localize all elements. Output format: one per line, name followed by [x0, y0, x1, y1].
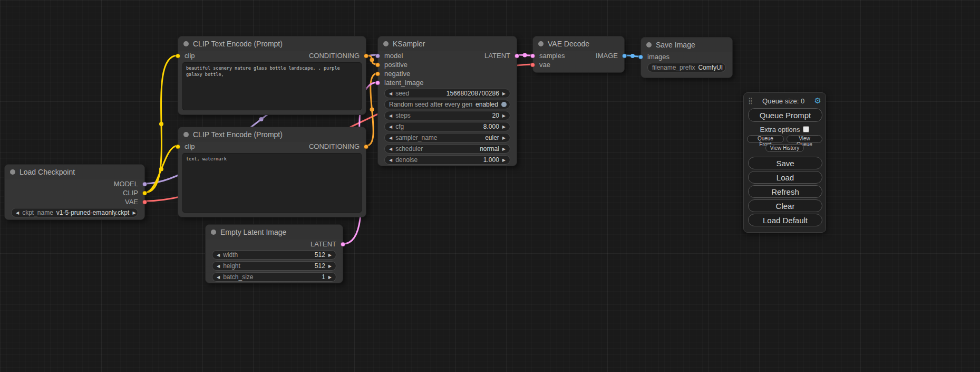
collapse-dot[interactable]: [383, 41, 389, 46]
increment-arrow-icon[interactable]: ▶: [502, 125, 506, 129]
input-dot-clip[interactable]: [176, 144, 180, 149]
output-dot-image[interactable]: [622, 53, 627, 58]
link-midpoint-dot-clip-negative[interactable]: [159, 167, 163, 171]
input-dot-images[interactable]: [638, 54, 643, 59]
node-title-bar[interactable]: KSampler: [378, 36, 517, 51]
widget-steps[interactable]: ◀ steps 20 ▶: [384, 111, 510, 120]
input-dot-vae[interactable]: [530, 62, 535, 67]
increment-arrow-icon[interactable]: ▶: [132, 211, 135, 215]
output-dot-clip[interactable]: [142, 190, 147, 195]
node-empty-latent-image[interactable]: Empty Latent Image LATENT ◀ width 512 ▶ …: [205, 224, 343, 283]
output-dot-model[interactable]: [142, 182, 147, 186]
widget-width[interactable]: ◀ width 512 ▶: [212, 250, 336, 260]
view-history-button[interactable]: View History: [765, 144, 804, 152]
decrement-arrow-icon[interactable]: ◀: [389, 158, 392, 163]
input-dot-positive[interactable]: [375, 62, 380, 67]
node-clip-text-encode-positive[interactable]: CLIP Text Encode (Prompt) clip CONDITION…: [178, 36, 366, 115]
output-dot-conditioning[interactable]: [364, 53, 368, 58]
input-slot-vae[interactable]: vae: [533, 60, 624, 69]
link-midpoint-dot-image[interactable]: [630, 54, 635, 58]
collapse-dot[interactable]: [211, 230, 216, 235]
collapse-dot[interactable]: [10, 169, 15, 175]
widget-ckpt-name[interactable]: ◀ ckpt_name v1-5-pruned-emaonly.ckpt ▶: [11, 208, 138, 217]
widget-filename-prefix[interactable]: filename_prefix ComfyUI: [647, 63, 726, 72]
input-slot-negative[interactable]: negative: [378, 69, 517, 78]
queue-prompt-button[interactable]: Queue Prompt: [748, 108, 822, 122]
increment-arrow-icon[interactable]: ▶: [502, 158, 506, 163]
save-button[interactable]: Save: [748, 157, 822, 169]
node-clip-text-encode-negative[interactable]: CLIP Text Encode (Prompt) clip CONDITION…: [178, 127, 366, 217]
node-title-bar[interactable]: VAE Decode: [533, 36, 624, 51]
decrement-arrow-icon[interactable]: ◀: [217, 253, 220, 257]
node-title-bar[interactable]: Save Image: [641, 37, 732, 52]
input-dot-clip[interactable]: [176, 53, 180, 58]
collapse-dot[interactable]: [183, 132, 189, 137]
extra-options-checkbox[interactable]: [803, 126, 809, 132]
output-slot-latent[interactable]: LATENT: [453, 51, 517, 60]
increment-arrow-icon[interactable]: ▶: [502, 136, 506, 140]
input-slot-clip[interactable]: clip: [185, 142, 195, 150]
node-title-bar[interactable]: Load Checkpoint: [5, 165, 144, 179]
link-midpoint-dot-samples[interactable]: [523, 53, 527, 58]
prompt-textarea[interactable]: beautiful scenery nature glass bottle la…: [182, 62, 362, 110]
clear-button[interactable]: Clear: [748, 199, 822, 212]
input-slot-clip[interactable]: clip: [185, 52, 195, 60]
widget-height[interactable]: ◀ height 512 ▶: [212, 261, 336, 271]
output-slot-conditioning[interactable]: CONDITIONING: [309, 142, 360, 150]
increment-arrow-icon[interactable]: ▶: [502, 147, 506, 151]
widget-random-seed-toggle[interactable]: Random seed after every gen enabled: [384, 100, 510, 109]
widget-denoise[interactable]: ◀ denoise 1.000 ▶: [384, 155, 510, 165]
node-vae-decode[interactable]: VAE Decode samples IMAGE vae: [532, 36, 625, 73]
refresh-button[interactable]: Refresh: [748, 185, 822, 198]
input-slot-latent-image[interactable]: latent_image: [378, 78, 517, 87]
input-slot-samples[interactable]: samples: [539, 52, 565, 60]
decrement-arrow-icon[interactable]: ◀: [16, 211, 19, 215]
link-midpoint-dot-conditioning-negative[interactable]: [370, 108, 374, 112]
view-queue-button[interactable]: View Queue: [787, 135, 822, 143]
link-midpoint-dot-conditioning-positive[interactable]: [370, 58, 374, 62]
output-slot-model[interactable]: MODEL: [5, 179, 144, 188]
widget-sampler-name[interactable]: ◀ sampler_name euler ▶: [384, 133, 510, 142]
node-load-checkpoint[interactable]: Load Checkpoint MODEL CLIP VAE ◀ ckpt_na…: [4, 164, 145, 220]
widget-scheduler[interactable]: ◀ scheduler normal ▶: [384, 144, 510, 154]
output-dot-latent[interactable]: [515, 53, 519, 58]
load-button[interactable]: Load: [748, 171, 822, 184]
increment-arrow-icon[interactable]: ▶: [328, 275, 332, 280]
link-midpoint-dot-model[interactable]: [259, 117, 264, 121]
node-save-image[interactable]: Save Image images filename_prefix ComfyU…: [641, 37, 733, 78]
decrement-arrow-icon[interactable]: ◀: [217, 264, 220, 269]
node-ksampler[interactable]: KSampler model positive negative latent_…: [377, 36, 517, 166]
widget-cfg[interactable]: ◀ cfg 8.000 ▶: [384, 122, 510, 131]
node-title-bar[interactable]: CLIP Text Encode (Prompt): [178, 127, 366, 142]
collapse-dot[interactable]: [183, 41, 189, 46]
output-dot-conditioning[interactable]: [364, 144, 368, 149]
decrement-arrow-icon[interactable]: ◀: [389, 136, 392, 140]
collapse-dot[interactable]: [646, 42, 652, 47]
increment-arrow-icon[interactable]: ▶: [328, 253, 332, 257]
node-title-bar[interactable]: CLIP Text Encode (Prompt): [178, 36, 366, 51]
increment-arrow-icon[interactable]: ▶: [502, 91, 506, 96]
input-dot-samples[interactable]: [530, 53, 535, 58]
output-dot-latent[interactable]: [341, 242, 345, 246]
input-slot-positive[interactable]: positive: [378, 60, 517, 69]
link-midpoint-dot-clip-positive[interactable]: [159, 122, 163, 126]
output-slot-vae[interactable]: VAE: [5, 197, 144, 206]
output-slot-conditioning[interactable]: CONDITIONING: [309, 52, 360, 60]
output-dot-vae[interactable]: [142, 199, 147, 204]
prompt-textarea[interactable]: text, watermark: [182, 153, 362, 213]
queue-front-button[interactable]: Queue Front: [747, 135, 784, 143]
increment-arrow-icon[interactable]: ▶: [502, 113, 506, 118]
output-slot-clip[interactable]: CLIP: [5, 188, 144, 197]
input-dot-latent-image[interactable]: [375, 80, 380, 85]
increment-arrow-icon[interactable]: ▶: [328, 264, 332, 269]
output-slot-latent[interactable]: LATENT: [206, 240, 343, 249]
load-default-button[interactable]: Load Default: [748, 214, 822, 226]
widget-batch-size[interactable]: ◀ batch_size 1 ▶: [212, 272, 336, 282]
input-dot-negative[interactable]: [375, 71, 380, 76]
collapse-dot[interactable]: [538, 41, 544, 46]
drag-handle-icon[interactable]: ⣿: [748, 97, 753, 104]
decrement-arrow-icon[interactable]: ◀: [389, 147, 392, 151]
decrement-arrow-icon[interactable]: ◀: [217, 275, 220, 280]
input-dot-model[interactable]: [375, 53, 380, 58]
input-slot-images[interactable]: images: [641, 52, 732, 61]
